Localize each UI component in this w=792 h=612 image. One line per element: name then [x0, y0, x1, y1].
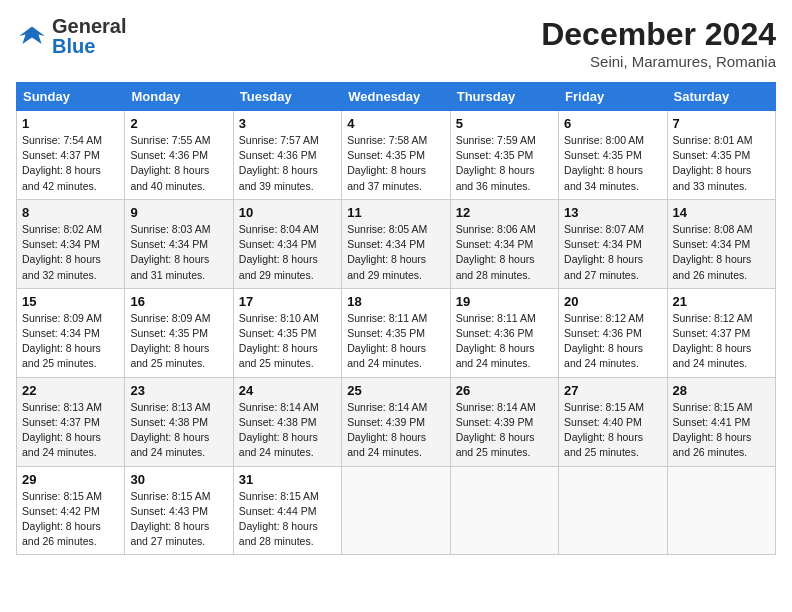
- calendar-cell: 31Sunrise: 8:15 AM Sunset: 4:44 PM Dayli…: [233, 466, 341, 555]
- calendar-cell: [450, 466, 558, 555]
- day-number: 17: [239, 294, 336, 309]
- day-number: 15: [22, 294, 119, 309]
- day-info: Sunrise: 8:06 AM Sunset: 4:34 PM Dayligh…: [456, 222, 553, 283]
- calendar-cell: 20Sunrise: 8:12 AM Sunset: 4:36 PM Dayli…: [559, 288, 667, 377]
- day-number: 4: [347, 116, 444, 131]
- column-header-tuesday: Tuesday: [233, 83, 341, 111]
- day-info: Sunrise: 8:13 AM Sunset: 4:37 PM Dayligh…: [22, 400, 119, 461]
- day-number: 31: [239, 472, 336, 487]
- calendar-cell: 14Sunrise: 8:08 AM Sunset: 4:34 PM Dayli…: [667, 199, 775, 288]
- day-number: 9: [130, 205, 227, 220]
- day-info: Sunrise: 8:12 AM Sunset: 4:36 PM Dayligh…: [564, 311, 661, 372]
- calendar-cell: 9Sunrise: 8:03 AM Sunset: 4:34 PM Daylig…: [125, 199, 233, 288]
- day-number: 30: [130, 472, 227, 487]
- calendar-cell: 4Sunrise: 7:58 AM Sunset: 4:35 PM Daylig…: [342, 111, 450, 200]
- column-header-friday: Friday: [559, 83, 667, 111]
- calendar-cell: 8Sunrise: 8:02 AM Sunset: 4:34 PM Daylig…: [17, 199, 125, 288]
- day-info: Sunrise: 8:03 AM Sunset: 4:34 PM Dayligh…: [130, 222, 227, 283]
- svg-marker-0: [19, 26, 45, 44]
- calendar-week-row: 29Sunrise: 8:15 AM Sunset: 4:42 PM Dayli…: [17, 466, 776, 555]
- calendar-cell: 1Sunrise: 7:54 AM Sunset: 4:37 PM Daylig…: [17, 111, 125, 200]
- day-number: 27: [564, 383, 661, 398]
- day-info: Sunrise: 8:09 AM Sunset: 4:34 PM Dayligh…: [22, 311, 119, 372]
- column-header-saturday: Saturday: [667, 83, 775, 111]
- day-info: Sunrise: 7:58 AM Sunset: 4:35 PM Dayligh…: [347, 133, 444, 194]
- calendar-cell: 28Sunrise: 8:15 AM Sunset: 4:41 PM Dayli…: [667, 377, 775, 466]
- day-number: 28: [673, 383, 770, 398]
- calendar-cell: 15Sunrise: 8:09 AM Sunset: 4:34 PM Dayli…: [17, 288, 125, 377]
- calendar-cell: [667, 466, 775, 555]
- day-info: Sunrise: 8:11 AM Sunset: 4:36 PM Dayligh…: [456, 311, 553, 372]
- calendar-cell: 27Sunrise: 8:15 AM Sunset: 4:40 PM Dayli…: [559, 377, 667, 466]
- day-number: 18: [347, 294, 444, 309]
- calendar-cell: 11Sunrise: 8:05 AM Sunset: 4:34 PM Dayli…: [342, 199, 450, 288]
- day-info: Sunrise: 8:02 AM Sunset: 4:34 PM Dayligh…: [22, 222, 119, 283]
- day-number: 29: [22, 472, 119, 487]
- day-number: 25: [347, 383, 444, 398]
- calendar-cell: [559, 466, 667, 555]
- day-info: Sunrise: 7:59 AM Sunset: 4:35 PM Dayligh…: [456, 133, 553, 194]
- logo-bird-icon: [16, 20, 48, 52]
- logo-blue: Blue: [52, 36, 126, 56]
- day-info: Sunrise: 8:15 AM Sunset: 4:43 PM Dayligh…: [130, 489, 227, 550]
- calendar-cell: 17Sunrise: 8:10 AM Sunset: 4:35 PM Dayli…: [233, 288, 341, 377]
- day-info: Sunrise: 8:08 AM Sunset: 4:34 PM Dayligh…: [673, 222, 770, 283]
- day-number: 11: [347, 205, 444, 220]
- calendar-cell: 12Sunrise: 8:06 AM Sunset: 4:34 PM Dayli…: [450, 199, 558, 288]
- logo-text: General Blue: [52, 16, 126, 56]
- calendar-cell: 18Sunrise: 8:11 AM Sunset: 4:35 PM Dayli…: [342, 288, 450, 377]
- calendar-cell: 7Sunrise: 8:01 AM Sunset: 4:35 PM Daylig…: [667, 111, 775, 200]
- calendar-cell: 30Sunrise: 8:15 AM Sunset: 4:43 PM Dayli…: [125, 466, 233, 555]
- calendar-cell: 19Sunrise: 8:11 AM Sunset: 4:36 PM Dayli…: [450, 288, 558, 377]
- day-info: Sunrise: 8:04 AM Sunset: 4:34 PM Dayligh…: [239, 222, 336, 283]
- day-number: 10: [239, 205, 336, 220]
- calendar-cell: 29Sunrise: 8:15 AM Sunset: 4:42 PM Dayli…: [17, 466, 125, 555]
- calendar-cell: 6Sunrise: 8:00 AM Sunset: 4:35 PM Daylig…: [559, 111, 667, 200]
- column-header-wednesday: Wednesday: [342, 83, 450, 111]
- column-header-thursday: Thursday: [450, 83, 558, 111]
- day-info: Sunrise: 8:13 AM Sunset: 4:38 PM Dayligh…: [130, 400, 227, 461]
- calendar-cell: [342, 466, 450, 555]
- calendar-cell: 26Sunrise: 8:14 AM Sunset: 4:39 PM Dayli…: [450, 377, 558, 466]
- calendar-cell: 22Sunrise: 8:13 AM Sunset: 4:37 PM Dayli…: [17, 377, 125, 466]
- day-number: 2: [130, 116, 227, 131]
- day-info: Sunrise: 8:12 AM Sunset: 4:37 PM Dayligh…: [673, 311, 770, 372]
- day-info: Sunrise: 8:14 AM Sunset: 4:39 PM Dayligh…: [456, 400, 553, 461]
- day-info: Sunrise: 8:14 AM Sunset: 4:39 PM Dayligh…: [347, 400, 444, 461]
- day-number: 12: [456, 205, 553, 220]
- day-number: 20: [564, 294, 661, 309]
- logo-general: General: [52, 16, 126, 36]
- day-number: 19: [456, 294, 553, 309]
- calendar-cell: 5Sunrise: 7:59 AM Sunset: 4:35 PM Daylig…: [450, 111, 558, 200]
- calendar-cell: 23Sunrise: 8:13 AM Sunset: 4:38 PM Dayli…: [125, 377, 233, 466]
- calendar-week-row: 8Sunrise: 8:02 AM Sunset: 4:34 PM Daylig…: [17, 199, 776, 288]
- day-number: 21: [673, 294, 770, 309]
- calendar-week-row: 15Sunrise: 8:09 AM Sunset: 4:34 PM Dayli…: [17, 288, 776, 377]
- day-info: Sunrise: 8:15 AM Sunset: 4:40 PM Dayligh…: [564, 400, 661, 461]
- calendar-cell: 16Sunrise: 8:09 AM Sunset: 4:35 PM Dayli…: [125, 288, 233, 377]
- day-info: Sunrise: 8:15 AM Sunset: 4:41 PM Dayligh…: [673, 400, 770, 461]
- day-number: 14: [673, 205, 770, 220]
- day-info: Sunrise: 7:55 AM Sunset: 4:36 PM Dayligh…: [130, 133, 227, 194]
- calendar-title-area: December 2024 Seini, Maramures, Romania: [541, 16, 776, 70]
- day-number: 1: [22, 116, 119, 131]
- calendar-cell: 10Sunrise: 8:04 AM Sunset: 4:34 PM Dayli…: [233, 199, 341, 288]
- month-title: December 2024: [541, 16, 776, 53]
- day-info: Sunrise: 8:14 AM Sunset: 4:38 PM Dayligh…: [239, 400, 336, 461]
- day-info: Sunrise: 8:00 AM Sunset: 4:35 PM Dayligh…: [564, 133, 661, 194]
- day-number: 3: [239, 116, 336, 131]
- calendar-week-row: 1Sunrise: 7:54 AM Sunset: 4:37 PM Daylig…: [17, 111, 776, 200]
- day-number: 16: [130, 294, 227, 309]
- calendar-cell: 24Sunrise: 8:14 AM Sunset: 4:38 PM Dayli…: [233, 377, 341, 466]
- day-number: 13: [564, 205, 661, 220]
- day-info: Sunrise: 7:57 AM Sunset: 4:36 PM Dayligh…: [239, 133, 336, 194]
- calendar-table: SundayMondayTuesdayWednesdayThursdayFrid…: [16, 82, 776, 555]
- day-info: Sunrise: 8:07 AM Sunset: 4:34 PM Dayligh…: [564, 222, 661, 283]
- calendar-cell: 3Sunrise: 7:57 AM Sunset: 4:36 PM Daylig…: [233, 111, 341, 200]
- day-info: Sunrise: 8:10 AM Sunset: 4:35 PM Dayligh…: [239, 311, 336, 372]
- day-info: Sunrise: 8:05 AM Sunset: 4:34 PM Dayligh…: [347, 222, 444, 283]
- day-number: 8: [22, 205, 119, 220]
- page-header: General Blue December 2024 Seini, Maramu…: [16, 16, 776, 70]
- day-info: Sunrise: 8:11 AM Sunset: 4:35 PM Dayligh…: [347, 311, 444, 372]
- logo: General Blue: [16, 16, 126, 56]
